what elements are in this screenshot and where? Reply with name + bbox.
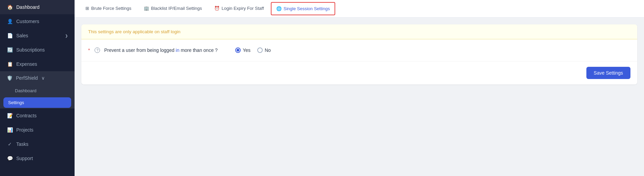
login-expiry-icon: ⏰ <box>214 6 220 11</box>
support-icon: 💬 <box>7 155 13 161</box>
sidebar-item-label: Tasks <box>16 141 28 147</box>
subscriptions-icon: 🔄 <box>7 47 13 53</box>
settings-panel: This settings are only applicable on sta… <box>81 24 637 84</box>
radio-no-circle[interactable] <box>257 47 263 53</box>
sidebar-item-label: Expenses <box>16 61 37 67</box>
form-row: * ? Prevent a user from being logged in … <box>81 39 637 61</box>
customers-icon: 👤 <box>7 18 13 24</box>
single-session-icon: 🌐 <box>276 6 282 11</box>
sidebar-item-label: Customers <box>16 19 39 24</box>
sub-item-label: Settings <box>8 100 24 105</box>
sidebar-item-label: Contracts <box>16 113 37 118</box>
content-area: This settings are only applicable on sta… <box>75 18 644 176</box>
tab-bar: ⊞ Brute Force Settings 🏢 Blacklist IP/Em… <box>75 0 644 18</box>
sales-icon: 📄 <box>7 33 13 39</box>
tab-blacklist[interactable]: 🏢 Blacklist IP/Email Settings <box>138 1 207 16</box>
info-banner-text: This settings are only applicable on sta… <box>88 29 180 34</box>
sub-item-label: Dashboard <box>15 88 37 93</box>
sidebar-item-contracts[interactable]: 📝 Contracts <box>0 109 75 123</box>
tab-label: Brute Force Settings <box>91 6 132 11</box>
tasks-icon: ✓ <box>7 141 13 147</box>
save-button-row: Save Settings <box>81 61 637 84</box>
sidebar: 🏠 Dashboard 👤 Customers 📄 Sales ❯ 🔄 Subs… <box>0 0 75 176</box>
save-settings-button[interactable]: Save Settings <box>586 67 630 79</box>
sidebar-item-sales[interactable]: 📄 Sales ❯ <box>0 28 75 43</box>
sidebar-item-label: PerfShield <box>16 75 38 81</box>
sidebar-sub-item-settings[interactable]: Settings <box>3 97 71 108</box>
sidebar-item-tasks[interactable]: ✓ Tasks <box>0 137 75 151</box>
sidebar-item-label: Subscriptions <box>16 47 45 53</box>
sidebar-item-support[interactable]: 💬 Support <box>0 151 75 165</box>
main-content: ⊞ Brute Force Settings 🏢 Blacklist IP/Em… <box>75 0 644 176</box>
sidebar-item-perfshield[interactable]: 🛡️ PerfShield ∨ <box>0 71 75 85</box>
chevron-right-icon: ❯ <box>65 34 68 38</box>
sidebar-item-label: Sales <box>16 33 28 38</box>
blacklist-icon: 🏢 <box>144 6 149 11</box>
sidebar-item-label: Projects <box>16 127 34 133</box>
sidebar-item-subscriptions[interactable]: 🔄 Subscriptions <box>0 43 75 57</box>
sidebar-sub-item-dashboard[interactable]: Dashboard <box>0 85 75 97</box>
sidebar-item-label: Support <box>16 156 33 161</box>
dashboard-icon: 🏠 <box>7 4 13 10</box>
expenses-icon: 📋 <box>7 61 13 67</box>
chevron-down-icon: ∨ <box>41 75 45 81</box>
field-label: Prevent a user from being logged in more… <box>104 47 218 53</box>
shield-icon: 🛡️ <box>7 75 13 81</box>
tab-single-session[interactable]: 🌐 Single Session Settings <box>271 2 336 15</box>
info-icon: ? <box>95 47 100 53</box>
tab-brute-force[interactable]: ⊞ Brute Force Settings <box>80 1 137 16</box>
required-star: * <box>88 47 90 53</box>
tab-label: Blacklist IP/Email Settings <box>151 6 202 11</box>
radio-yes[interactable]: Yes <box>235 47 250 53</box>
radio-yes-label: Yes <box>243 47 250 53</box>
sidebar-item-label: Dashboard <box>16 4 40 10</box>
contracts-icon: 📝 <box>7 113 13 119</box>
radio-no[interactable]: No <box>257 47 271 53</box>
radio-group: Yes No <box>235 47 271 53</box>
sidebar-item-projects[interactable]: 📊 Projects <box>0 123 75 137</box>
tab-login-expiry[interactable]: ⏰ Login Expiry For Staff <box>209 1 269 16</box>
projects-icon: 📊 <box>7 127 13 133</box>
sidebar-item-expenses[interactable]: 📋 Expenses <box>0 57 75 71</box>
brute-force-icon: ⊞ <box>85 6 89 11</box>
radio-no-label: No <box>265 47 271 53</box>
tab-label: Single Session Settings <box>284 6 330 11</box>
sidebar-item-dashboard[interactable]: 🏠 Dashboard <box>0 0 75 14</box>
info-banner: This settings are only applicable on sta… <box>81 24 637 39</box>
tab-label: Login Expiry For Staff <box>222 6 264 11</box>
sidebar-item-customers[interactable]: 👤 Customers <box>0 14 75 28</box>
radio-yes-circle[interactable] <box>235 47 241 53</box>
